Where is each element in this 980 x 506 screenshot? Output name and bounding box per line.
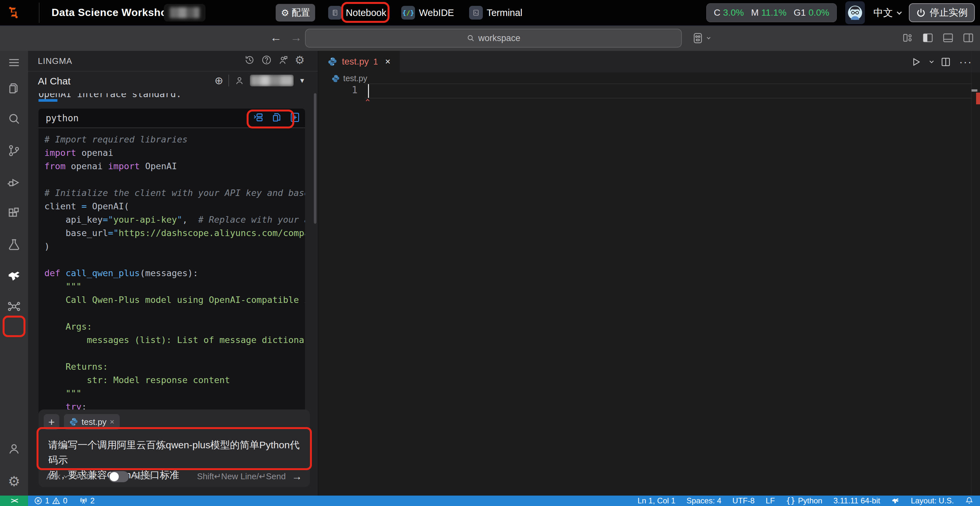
lingma-status-icon[interactable] bbox=[891, 496, 900, 505]
remote-indicator[interactable]: >< bbox=[0, 496, 28, 506]
mode-dropdown[interactable]: Ask bbox=[46, 471, 67, 482]
tab-webide[interactable]: {/} WebIDE bbox=[399, 6, 456, 19]
problems-indicator[interactable]: 1 0 bbox=[34, 496, 68, 505]
editor-tab-strip: test.py 1 × ··· bbox=[319, 51, 980, 72]
power-icon bbox=[916, 8, 926, 17]
tools-toggle[interactable] bbox=[109, 471, 129, 482]
search-icon bbox=[466, 34, 475, 42]
testing-icon[interactable] bbox=[0, 235, 28, 254]
feedback-icon[interactable] bbox=[278, 54, 289, 65]
python-runtime[interactable]: 3.11.11 64-bit bbox=[834, 496, 880, 505]
masked-label bbox=[164, 4, 205, 22]
tab-terminal[interactable]: Terminal bbox=[467, 6, 525, 19]
lingma-icon[interactable] bbox=[0, 267, 28, 285]
language-mode[interactable]: {}Python bbox=[786, 496, 822, 505]
gear-icon: ⚙ bbox=[281, 8, 289, 18]
insert-code-icon[interactable] bbox=[253, 112, 264, 123]
model-dropdown[interactable]: Auto bbox=[76, 471, 100, 482]
error-icon bbox=[34, 496, 42, 505]
toggle-secondary-sidebar-icon[interactable] bbox=[963, 32, 974, 44]
editor-tab-testpy[interactable]: test.py 1 × bbox=[319, 51, 399, 72]
source-control-icon[interactable] bbox=[0, 141, 28, 160]
overview-ruler bbox=[971, 51, 972, 496]
cursor-position[interactable]: Ln 1, Col 1 bbox=[638, 496, 675, 505]
error-squiggle bbox=[365, 98, 373, 102]
gear-icon[interactable]: ⚙ bbox=[295, 54, 305, 67]
tools-label: Tools bbox=[133, 471, 153, 482]
run-dropdown-icon[interactable] bbox=[929, 59, 934, 63]
workshop-tabs: ⚙配置 Notebook {/} WebIDE Terminal bbox=[276, 0, 524, 25]
remove-attachment-icon[interactable]: × bbox=[110, 417, 115, 427]
indentation[interactable]: Spaces: 4 bbox=[686, 496, 721, 505]
section-title: AI Chat bbox=[38, 76, 70, 87]
avatar[interactable] bbox=[845, 1, 865, 24]
clipped-selection bbox=[38, 99, 57, 102]
chat-code-block: python # Import required librariesimport… bbox=[38, 109, 305, 462]
profile-switcher[interactable] bbox=[692, 32, 709, 44]
toggle-sidebar-icon[interactable] bbox=[922, 32, 934, 44]
new-chat-icon[interactable]: ⊕ bbox=[214, 75, 223, 87]
dropdown-caret-icon[interactable]: ▼ bbox=[299, 77, 305, 84]
stop-instance-button[interactable]: 停止实例 bbox=[909, 3, 975, 22]
lingma-panel: LINGMA ⚙ AI Chat ⊕ ▼ OpenAI interface st… bbox=[28, 51, 318, 496]
explorer-icon[interactable] bbox=[0, 79, 28, 98]
webide-screen: Data Science Workshop ⚙配置 Notebook {/} W… bbox=[0, 0, 980, 506]
tab-notebook[interactable]: Notebook bbox=[326, 6, 388, 19]
attached-file-chip[interactable]: test.py × bbox=[64, 414, 120, 430]
search-sidebar-icon[interactable] bbox=[0, 109, 28, 128]
python-icon bbox=[331, 75, 340, 83]
webide-icon: {/} bbox=[401, 6, 415, 19]
overview-cursor-mark bbox=[972, 89, 977, 92]
remote-icon: >< bbox=[11, 496, 17, 505]
language-selector[interactable]: 中文 bbox=[873, 6, 900, 19]
help-icon[interactable] bbox=[261, 54, 272, 65]
panel-header: LINGMA ⚙ bbox=[28, 51, 318, 70]
insert-new-file-icon[interactable] bbox=[290, 112, 301, 123]
customize-layout-icon[interactable] bbox=[902, 32, 913, 44]
address-bar[interactable]: workspace bbox=[305, 29, 682, 48]
chat-scrollbar[interactable] bbox=[314, 93, 317, 224]
bell-icon[interactable] bbox=[965, 496, 974, 505]
terminal-icon bbox=[469, 6, 483, 19]
config-button[interactable]: ⚙配置 bbox=[276, 4, 315, 22]
overview-error-mark bbox=[976, 93, 980, 104]
status-bar: >< 1 0 2 Ln 1, Col 1 Spaces: 4 UTF-8 LF … bbox=[0, 496, 980, 506]
ai-chat-header: AI Chat ⊕ ▼ bbox=[28, 72, 318, 91]
keyboard-layout[interactable]: Layout: U.S. bbox=[911, 496, 954, 505]
copy-code-icon[interactable] bbox=[271, 112, 282, 123]
breadcrumb[interactable]: test.py bbox=[331, 74, 368, 83]
run-file-icon[interactable] bbox=[910, 56, 922, 68]
history-icon[interactable] bbox=[244, 54, 255, 65]
chat-input-card[interactable]: + test.py × 请编写一个调用阿里云百炼qwen-plus模型的简单Py… bbox=[38, 409, 310, 487]
back-button[interactable]: ← bbox=[270, 31, 282, 44]
toggle-panel-icon[interactable] bbox=[942, 32, 954, 44]
browser-toolbar: ← → workspace bbox=[0, 25, 980, 51]
notebook-icon bbox=[328, 6, 342, 19]
top-bar: Data Science Workshop ⚙配置 Notebook {/} W… bbox=[0, 0, 980, 25]
settings-gear-icon[interactable]: ⚙ bbox=[0, 472, 28, 490]
top-bar-right: C3.0% M11.1% G10.0% 中文 bbox=[706, 0, 975, 25]
run-debug-icon[interactable] bbox=[0, 173, 28, 192]
menu-icon[interactable] bbox=[0, 54, 28, 72]
split-editor-icon[interactable] bbox=[940, 56, 951, 68]
forward-button[interactable]: → bbox=[290, 31, 302, 44]
extensions-icon[interactable] bbox=[0, 204, 28, 222]
eol[interactable]: LF bbox=[766, 496, 775, 505]
send-button[interactable]: → bbox=[292, 471, 302, 482]
account-icon[interactable] bbox=[0, 439, 28, 458]
warning-icon bbox=[52, 496, 60, 505]
text-cursor bbox=[368, 84, 369, 98]
add-context-button[interactable]: + bbox=[44, 414, 59, 430]
close-tab-icon[interactable]: × bbox=[385, 56, 390, 67]
ports-indicator[interactable]: 2 bbox=[79, 496, 95, 505]
more-actions-icon[interactable]: ··· bbox=[959, 56, 972, 68]
encoding[interactable]: UTF-8 bbox=[732, 496, 754, 505]
python-icon bbox=[328, 57, 337, 67]
user-icon bbox=[234, 75, 245, 86]
code-block-header: python bbox=[38, 109, 305, 128]
layout-controls bbox=[902, 32, 974, 44]
hub-icon[interactable] bbox=[0, 297, 28, 316]
clipped-chat-text: OpenAI interface standard. bbox=[38, 93, 267, 101]
divider bbox=[39, 3, 40, 23]
line-number: 1 bbox=[345, 84, 358, 95]
